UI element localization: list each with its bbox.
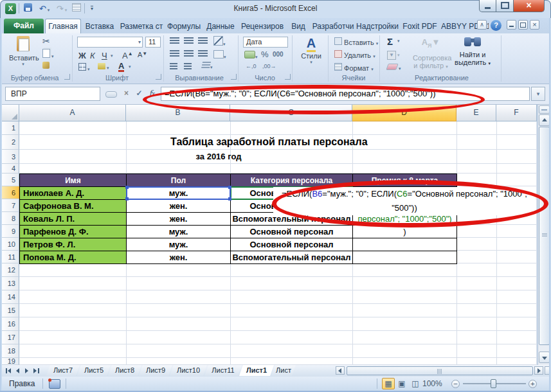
cell-a6[interactable]: Николаев А. Д. xyxy=(19,186,127,200)
collapse-ribbon-icon[interactable]: ∧ xyxy=(477,20,487,30)
find-select-button[interactable]: Найти и выделить ▾ xyxy=(454,36,491,66)
currency-format-icon[interactable]: ▾ xyxy=(244,51,258,60)
cell-b9[interactable]: муж. xyxy=(126,225,231,238)
row-header-1[interactable]: 1 xyxy=(2,121,19,135)
tab-Вставка[interactable]: Вставка xyxy=(82,19,117,33)
align-left-icon[interactable] xyxy=(170,50,179,58)
increase-font-icon[interactable]: А▲ xyxy=(122,51,133,60)
help-icon[interactable]: ? xyxy=(491,20,501,31)
row-header-4[interactable]: 4 xyxy=(2,164,19,174)
cut-icon[interactable]: ✂ xyxy=(42,36,50,46)
row-header-9[interactable]: 9 xyxy=(2,225,19,238)
cancel-entry-icon[interactable]: × xyxy=(121,88,132,99)
row-header-12[interactable]: 12 xyxy=(2,263,19,277)
vertical-scroll-thumb[interactable] xyxy=(539,127,550,345)
sheet-tab-Лист8[interactable]: Лист8 xyxy=(108,365,141,376)
cell-c11[interactable]: Вспомогательный персонал xyxy=(230,251,353,264)
column-header-A[interactable]: A xyxy=(19,105,126,121)
row-header-8[interactable]: 8 xyxy=(2,212,19,225)
number-dialog-launcher[interactable] xyxy=(285,74,291,80)
cell-b7[interactable]: жен. xyxy=(126,199,231,213)
tab-Главная[interactable]: Главная xyxy=(45,19,81,33)
column-header-B[interactable]: B xyxy=(126,105,230,121)
row-header-18[interactable]: 18 xyxy=(2,344,19,358)
view-page-layout-icon[interactable]: ▣ xyxy=(395,378,408,389)
align-right-icon[interactable] xyxy=(198,50,208,58)
italic-button[interactable]: К xyxy=(90,51,95,60)
selection-handle[interactable] xyxy=(125,186,129,189)
selection-handle[interactable] xyxy=(125,197,129,200)
selection-handle[interactable] xyxy=(228,197,231,200)
percent-format-icon[interactable]: % xyxy=(261,49,269,59)
select-all-corner[interactable] xyxy=(2,105,19,121)
name-box[interactable]: ВПР xyxy=(5,87,100,101)
number-format-dropdown[interactable]: Дата xyxy=(243,37,288,48)
align-bottom-icon[interactable] xyxy=(198,37,208,45)
font-color-dropdown-arrow[interactable]: ▾ xyxy=(129,64,131,69)
row-header-11[interactable]: 11 xyxy=(2,251,19,263)
vertical-scrollbar[interactable] xyxy=(537,105,550,365)
bold-button[interactable]: Ж xyxy=(78,51,86,60)
clear-icon[interactable]: ▾ xyxy=(387,64,401,71)
cell-a7[interactable]: Сафронова В. М. xyxy=(19,199,127,213)
row-header-13[interactable]: 13 xyxy=(2,277,19,290)
column-header-C[interactable]: C xyxy=(230,105,352,121)
delete-cells-button[interactable]: Удалить ▾ xyxy=(334,50,375,59)
sheet-tab-Лист1[interactable]: Лист1 xyxy=(239,365,274,376)
format-cells-button[interactable]: Формат ▾ xyxy=(334,63,374,72)
insert-function-icon[interactable]: ƒx xyxy=(147,88,158,99)
column-header-E[interactable]: E xyxy=(456,105,496,121)
scroll-up-icon[interactable] xyxy=(539,114,550,126)
copy-icon[interactable]: ▾ xyxy=(42,49,53,59)
sheet-tab-Лист7[interactable]: Лист7 xyxy=(46,365,80,376)
insert-cells-button[interactable]: Вставить ▾ xyxy=(334,37,378,46)
tab-Надстройки[interactable]: Надстройки xyxy=(356,19,399,33)
sheet-tab-Лист10[interactable]: Лист10 xyxy=(170,365,207,376)
view-page-break-icon[interactable]: ◫ xyxy=(409,378,422,389)
sort-filter-button[interactable]: АЯ▼ Сортировка и фильтр ▾ xyxy=(413,37,449,69)
cell-a9[interactable]: Парфенов Д. Ф. xyxy=(19,225,127,238)
cell-b8[interactable]: жен. xyxy=(126,212,231,226)
fill-color-icon[interactable]: ▾ xyxy=(98,63,109,71)
underline-dropdown-arrow[interactable]: ▾ xyxy=(111,53,113,58)
formula-bar-resize-handle[interactable] xyxy=(105,91,117,98)
horizontal-scroll-thumb[interactable] xyxy=(347,366,533,375)
cell-c10[interactable]: Основной персонал xyxy=(230,238,353,251)
tab-Разработчи[interactable]: Разработчи xyxy=(311,19,355,33)
minimize-button[interactable] xyxy=(479,0,496,12)
font-name-dropdown[interactable]: ▾ xyxy=(77,37,143,48)
cell-d10[interactable] xyxy=(352,238,457,251)
decrease-font-icon[interactable]: А▼ xyxy=(138,51,147,58)
zoom-in-icon[interactable]: + xyxy=(528,380,537,388)
borders-icon[interactable]: ▾ xyxy=(78,63,89,72)
row-header-14[interactable]: 14 xyxy=(2,290,19,304)
alignment-dialog-launcher[interactable] xyxy=(231,74,237,80)
row-header-7[interactable]: 7 xyxy=(2,199,19,212)
align-middle-icon[interactable] xyxy=(184,37,194,45)
previous-sheet-icon[interactable] xyxy=(14,366,23,375)
align-top-icon[interactable] xyxy=(170,37,179,45)
workbook-close-icon[interactable]: × xyxy=(530,20,539,30)
maximize-button[interactable] xyxy=(496,0,514,12)
orientation-icon[interactable]: ▾ xyxy=(213,36,226,47)
selection-handle[interactable] xyxy=(228,186,231,189)
fill-icon[interactable]: ▼ ▾ xyxy=(387,50,399,60)
row-header-5[interactable]: 5 xyxy=(2,174,19,186)
sheet-tab-Лист5[interactable]: Лист5 xyxy=(77,365,111,376)
cell-a10[interactable]: Петров Ф. Л. xyxy=(19,238,127,251)
row-header-15[interactable]: 15 xyxy=(2,304,19,317)
row-header-3[interactable]: 3 xyxy=(2,150,19,164)
increase-indent-icon[interactable] xyxy=(184,63,192,71)
cell-b10[interactable]: муж. xyxy=(126,238,231,251)
autosum-icon[interactable]: Σ xyxy=(387,36,393,47)
table-header-0[interactable]: Имя xyxy=(19,174,127,187)
workbook-minimize-icon[interactable] xyxy=(507,20,516,30)
clipboard-dialog-launcher[interactable] xyxy=(64,74,70,80)
zoom-out-icon[interactable]: − xyxy=(451,380,460,388)
expand-formula-bar-icon[interactable]: ▾ xyxy=(531,87,545,101)
row-header-16[interactable]: 16 xyxy=(2,317,19,331)
scroll-tabs-right-icon[interactable] xyxy=(534,366,543,375)
row-header-17[interactable]: 17 xyxy=(2,331,19,344)
row-header-6[interactable]: 6 xyxy=(2,186,19,199)
column-header-D[interactable]: D xyxy=(352,105,456,121)
